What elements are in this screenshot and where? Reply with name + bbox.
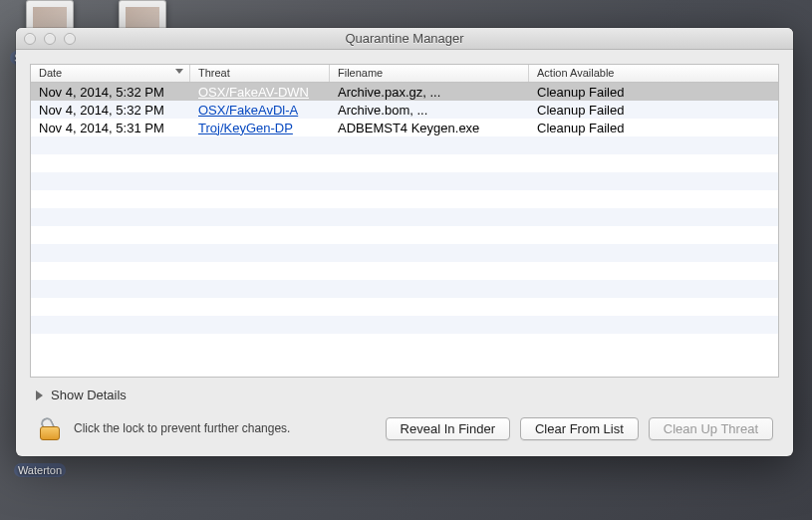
clean-up-threat-button: Clean Up Threat — [649, 417, 773, 440]
cell-action: Cleanup Failed — [529, 103, 778, 118]
minimize-icon[interactable] — [44, 33, 56, 45]
footer-row: Click the lock to prevent further change… — [30, 408, 779, 456]
sort-indicator-icon — [175, 69, 183, 74]
cell-threat: Troj/KeyGen-DP — [190, 121, 330, 135]
show-details-row: Show Details — [30, 378, 779, 408]
table-row-empty — [31, 316, 778, 334]
window-title: Quarantine Manager — [16, 31, 793, 46]
lock-message: Click the lock to prevent further change… — [74, 421, 376, 435]
desktop-folder-waterton[interactable]: Waterton — [12, 462, 68, 477]
cell-threat: OSX/FakeAvDl-A — [190, 103, 330, 118]
column-header-filename[interactable]: Filename — [330, 65, 529, 82]
cell-filename: ADBEMST4 Keygen.exe — [330, 121, 529, 135]
window-content: Date Threat Filename Action Available No… — [16, 50, 793, 456]
close-icon[interactable] — [24, 33, 36, 45]
column-header-action[interactable]: Action Available — [529, 65, 778, 82]
table-row-empty — [31, 154, 778, 172]
threat-link[interactable]: Troj/KeyGen-DP — [198, 121, 293, 135]
table-row-empty — [31, 190, 778, 208]
show-details-label[interactable]: Show Details — [51, 388, 127, 402]
table-row[interactable]: Nov 4, 2014, 5:32 PMOSX/FakeAvDl-AArchiv… — [31, 101, 778, 119]
table-row-empty — [31, 280, 778, 298]
disclosure-triangle-icon[interactable] — [36, 390, 43, 400]
table-header: Date Threat Filename Action Available — [31, 65, 778, 83]
cell-action: Cleanup Failed — [529, 85, 778, 100]
cell-date: Nov 4, 2014, 5:32 PM — [31, 103, 190, 118]
table-row-empty — [31, 262, 778, 280]
table-row-empty — [31, 244, 778, 262]
table-row-empty — [31, 334, 778, 352]
desktop-folder-label: Waterton — [14, 463, 66, 477]
table-row-empty — [31, 226, 778, 244]
quarantine-manager-window: Quarantine Manager Date Threat Filename … — [16, 28, 793, 456]
window-controls — [16, 33, 76, 45]
cell-date: Nov 4, 2014, 5:32 PM — [31, 85, 190, 100]
table-row-empty — [31, 208, 778, 226]
threat-link[interactable]: OSX/FakeAV-DWN — [198, 85, 309, 100]
titlebar[interactable]: Quarantine Manager — [16, 28, 793, 50]
table-body[interactable]: Nov 4, 2014, 5:32 PMOSX/FakeAV-DWNArchiv… — [31, 83, 778, 377]
cell-action: Cleanup Failed — [529, 121, 778, 135]
table-row[interactable]: Nov 4, 2014, 5:32 PMOSX/FakeAV-DWNArchiv… — [31, 83, 778, 101]
reveal-in-finder-button[interactable]: Reveal In Finder — [386, 417, 510, 440]
table-row-empty — [31, 136, 778, 154]
cell-filename: Archive.pax.gz, ... — [330, 85, 529, 100]
column-header-threat[interactable]: Threat — [190, 65, 330, 82]
clear-from-list-button[interactable]: Clear From List — [520, 417, 639, 440]
table-row-empty — [31, 172, 778, 190]
column-header-date[interactable]: Date — [31, 65, 190, 82]
table-row-empty — [31, 298, 778, 316]
zoom-icon[interactable] — [64, 33, 76, 45]
threat-link[interactable]: OSX/FakeAvDl-A — [198, 103, 298, 118]
lock-icon[interactable] — [36, 414, 64, 442]
cell-filename: Archive.bom, ... — [330, 103, 529, 118]
cell-date: Nov 4, 2014, 5:31 PM — [31, 121, 190, 135]
cell-threat: OSX/FakeAV-DWN — [190, 85, 330, 100]
column-label: Date — [39, 67, 62, 79]
table-row[interactable]: Nov 4, 2014, 5:31 PMTroj/KeyGen-DPADBEMS… — [31, 119, 778, 136]
quarantine-table: Date Threat Filename Action Available No… — [30, 64, 779, 378]
lock-body — [40, 426, 60, 440]
